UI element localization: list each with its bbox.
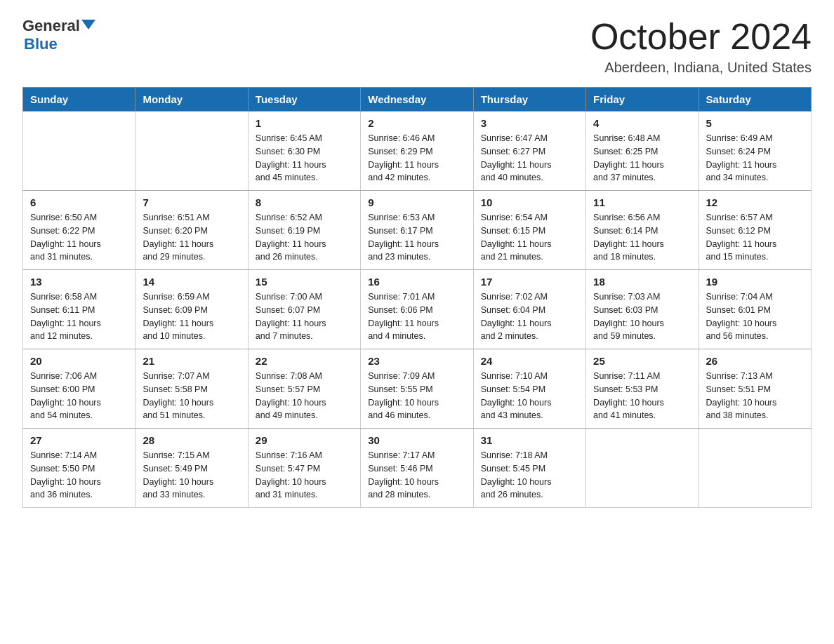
day-info: Sunrise: 6:54 AM Sunset: 6:15 PM Dayligh… [481, 211, 578, 264]
calendar-cell: 3Sunrise: 6:47 AM Sunset: 6:27 PM Daylig… [473, 112, 585, 191]
day-number: 13 [30, 276, 128, 288]
day-number: 12 [706, 196, 804, 208]
day-number: 18 [593, 276, 691, 288]
month-year: October 2024 [590, 17, 812, 57]
day-number: 2 [368, 117, 465, 129]
calendar-header-saturday: Saturday [699, 88, 811, 112]
calendar-header-sunday: Sunday [23, 88, 135, 112]
calendar-cell: 1Sunrise: 6:45 AM Sunset: 6:30 PM Daylig… [248, 112, 360, 191]
day-info: Sunrise: 6:49 AM Sunset: 6:24 PM Dayligh… [706, 132, 804, 185]
calendar-cell: 12Sunrise: 6:57 AM Sunset: 6:12 PM Dayli… [699, 191, 811, 270]
day-info: Sunrise: 7:13 AM Sunset: 5:51 PM Dayligh… [706, 370, 804, 422]
calendar-cell: 7Sunrise: 6:51 AM Sunset: 6:20 PM Daylig… [135, 191, 248, 270]
calendar-cell: 28Sunrise: 7:15 AM Sunset: 5:49 PM Dayli… [135, 429, 248, 508]
day-number: 25 [593, 355, 691, 367]
calendar-cell: 22Sunrise: 7:08 AM Sunset: 5:57 PM Dayli… [248, 349, 360, 429]
day-number: 27 [30, 434, 128, 446]
calendar-cell: 5Sunrise: 6:49 AM Sunset: 6:24 PM Daylig… [699, 112, 811, 191]
calendar-table: SundayMondayTuesdayWednesdayThursdayFrid… [22, 87, 812, 508]
calendar-cell: 8Sunrise: 6:52 AM Sunset: 6:19 PM Daylig… [248, 191, 360, 270]
day-number: 28 [143, 434, 240, 446]
title-area: October 2024 Aberdeen, Indiana, United S… [590, 17, 812, 76]
day-info: Sunrise: 7:16 AM Sunset: 5:47 PM Dayligh… [256, 449, 353, 502]
day-info: Sunrise: 6:58 AM Sunset: 6:11 PM Dayligh… [30, 290, 128, 343]
calendar-cell: 16Sunrise: 7:01 AM Sunset: 6:06 PM Dayli… [361, 270, 473, 349]
day-number: 31 [481, 434, 578, 446]
day-info: Sunrise: 7:14 AM Sunset: 5:50 PM Dayligh… [30, 449, 128, 502]
day-number: 9 [368, 196, 465, 208]
day-number: 4 [593, 117, 691, 129]
logo-area: General Blue [22, 17, 95, 53]
calendar-cell: 19Sunrise: 7:04 AM Sunset: 6:01 PM Dayli… [699, 270, 811, 349]
calendar-cell [586, 429, 699, 508]
day-number: 15 [256, 276, 353, 288]
day-info: Sunrise: 7:08 AM Sunset: 5:57 PM Dayligh… [256, 370, 353, 422]
calendar-header-row: SundayMondayTuesdayWednesdayThursdayFrid… [23, 88, 812, 112]
calendar-cell: 24Sunrise: 7:10 AM Sunset: 5:54 PM Dayli… [473, 349, 585, 429]
calendar-header-wednesday: Wednesday [361, 88, 473, 112]
calendar-cell: 4Sunrise: 6:48 AM Sunset: 6:25 PM Daylig… [586, 112, 699, 191]
calendar-cell: 31Sunrise: 7:18 AM Sunset: 5:45 PM Dayli… [473, 429, 585, 508]
day-info: Sunrise: 7:01 AM Sunset: 6:06 PM Dayligh… [368, 290, 465, 343]
day-info: Sunrise: 7:06 AM Sunset: 6:00 PM Dayligh… [30, 370, 128, 422]
calendar-header-friday: Friday [586, 88, 699, 112]
day-number: 24 [481, 355, 578, 367]
logo: General [22, 17, 95, 35]
day-info: Sunrise: 7:07 AM Sunset: 5:58 PM Dayligh… [143, 370, 240, 422]
day-info: Sunrise: 6:48 AM Sunset: 6:25 PM Dayligh… [593, 132, 691, 185]
day-info: Sunrise: 7:02 AM Sunset: 6:04 PM Dayligh… [481, 290, 578, 343]
calendar-cell: 9Sunrise: 6:53 AM Sunset: 6:17 PM Daylig… [361, 191, 473, 270]
day-info: Sunrise: 7:03 AM Sunset: 6:03 PM Dayligh… [593, 290, 691, 343]
calendar-cell [23, 112, 135, 191]
day-number: 29 [256, 434, 353, 446]
calendar-cell: 25Sunrise: 7:11 AM Sunset: 5:53 PM Dayli… [586, 349, 699, 429]
day-number: 16 [368, 276, 465, 288]
day-number: 21 [143, 355, 240, 367]
calendar-week-row: 1Sunrise: 6:45 AM Sunset: 6:30 PM Daylig… [23, 112, 812, 191]
day-info: Sunrise: 6:45 AM Sunset: 6:30 PM Dayligh… [256, 132, 353, 185]
calendar-week-row: 13Sunrise: 6:58 AM Sunset: 6:11 PM Dayli… [23, 270, 812, 349]
day-number: 6 [30, 196, 128, 208]
day-info: Sunrise: 6:51 AM Sunset: 6:20 PM Dayligh… [143, 211, 240, 264]
day-info: Sunrise: 6:46 AM Sunset: 6:29 PM Dayligh… [368, 132, 465, 185]
calendar-cell: 15Sunrise: 7:00 AM Sunset: 6:07 PM Dayli… [248, 270, 360, 349]
calendar-cell: 14Sunrise: 6:59 AM Sunset: 6:09 PM Dayli… [135, 270, 248, 349]
calendar-week-row: 20Sunrise: 7:06 AM Sunset: 6:00 PM Dayli… [23, 349, 812, 429]
calendar-cell: 26Sunrise: 7:13 AM Sunset: 5:51 PM Dayli… [699, 349, 811, 429]
header: General Blue October 2024 Aberdeen, Indi… [22, 17, 812, 76]
day-number: 26 [706, 355, 804, 367]
calendar-cell: 13Sunrise: 6:58 AM Sunset: 6:11 PM Dayli… [23, 270, 135, 349]
day-info: Sunrise: 6:57 AM Sunset: 6:12 PM Dayligh… [706, 211, 804, 264]
calendar-cell: 17Sunrise: 7:02 AM Sunset: 6:04 PM Dayli… [473, 270, 585, 349]
day-info: Sunrise: 7:00 AM Sunset: 6:07 PM Dayligh… [256, 290, 353, 343]
calendar-cell: 29Sunrise: 7:16 AM Sunset: 5:47 PM Dayli… [248, 429, 360, 508]
calendar-cell: 21Sunrise: 7:07 AM Sunset: 5:58 PM Dayli… [135, 349, 248, 429]
day-number: 23 [368, 355, 465, 367]
day-info: Sunrise: 6:56 AM Sunset: 6:14 PM Dayligh… [593, 211, 691, 264]
calendar-cell [135, 112, 248, 191]
calendar-cell: 6Sunrise: 6:50 AM Sunset: 6:22 PM Daylig… [23, 191, 135, 270]
logo-general-text: General [22, 17, 80, 35]
day-info: Sunrise: 6:59 AM Sunset: 6:09 PM Dayligh… [143, 290, 240, 343]
calendar-header-tuesday: Tuesday [248, 88, 360, 112]
day-number: 5 [706, 117, 804, 129]
calendar-week-row: 27Sunrise: 7:14 AM Sunset: 5:50 PM Dayli… [23, 429, 812, 508]
logo-triangle-icon [81, 20, 95, 29]
day-number: 7 [143, 196, 240, 208]
calendar-header-thursday: Thursday [473, 88, 585, 112]
calendar-cell: 10Sunrise: 6:54 AM Sunset: 6:15 PM Dayli… [473, 191, 585, 270]
logo-blue-text: Blue [24, 35, 58, 53]
calendar-cell: 2Sunrise: 6:46 AM Sunset: 6:29 PM Daylig… [361, 112, 473, 191]
calendar-cell: 20Sunrise: 7:06 AM Sunset: 6:00 PM Dayli… [23, 349, 135, 429]
day-number: 11 [593, 196, 691, 208]
day-number: 20 [30, 355, 128, 367]
day-number: 3 [481, 117, 578, 129]
day-info: Sunrise: 6:50 AM Sunset: 6:22 PM Dayligh… [30, 211, 128, 264]
calendar-cell: 30Sunrise: 7:17 AM Sunset: 5:46 PM Dayli… [361, 429, 473, 508]
calendar-week-row: 6Sunrise: 6:50 AM Sunset: 6:22 PM Daylig… [23, 191, 812, 270]
day-info: Sunrise: 7:17 AM Sunset: 5:46 PM Dayligh… [368, 449, 465, 502]
day-number: 30 [368, 434, 465, 446]
day-info: Sunrise: 7:11 AM Sunset: 5:53 PM Dayligh… [593, 370, 691, 422]
day-info: Sunrise: 6:47 AM Sunset: 6:27 PM Dayligh… [481, 132, 578, 185]
day-info: Sunrise: 7:18 AM Sunset: 5:45 PM Dayligh… [481, 449, 578, 502]
